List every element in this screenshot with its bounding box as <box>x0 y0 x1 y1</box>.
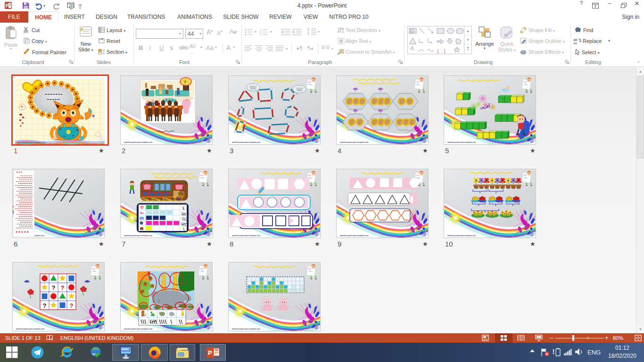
svg-text:?: ? <box>61 284 65 291</box>
svg-text:A: A <box>411 30 413 33</box>
svg-text:{: { <box>437 48 439 54</box>
svg-text:A: A <box>341 27 344 31</box>
svg-text:}: } <box>444 48 446 54</box>
svg-text:3: 3 <box>260 33 262 36</box>
svg-text:A: A <box>230 28 233 35</box>
svg-text:P: P <box>208 349 212 356</box>
svg-text:?: ? <box>43 302 47 309</box>
svg-text:♥ ♠ ♥: ♥ ♠ ♥ <box>17 171 22 173</box>
svg-text:www.free-power-point-templates: www.free-power-point-templates.com <box>17 142 45 144</box>
svg-text:?: ? <box>52 284 56 291</box>
svg-text:?: ? <box>70 302 74 309</box>
svg-text:ac: ac <box>573 41 577 44</box>
svg-text:۴: ۴ <box>184 80 187 84</box>
